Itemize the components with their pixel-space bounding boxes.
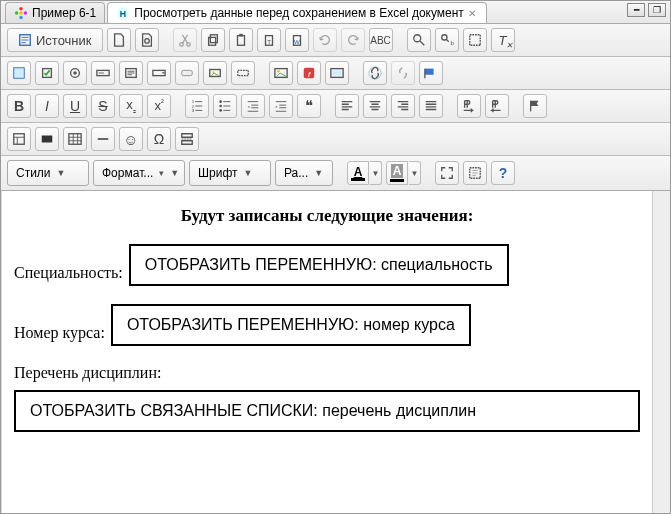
font-dropdown[interactable]: Шрифт▼ bbox=[189, 160, 271, 186]
paste-word-button[interactable]: W bbox=[285, 28, 309, 52]
ltr-button[interactable] bbox=[457, 94, 481, 118]
subscript-button[interactable]: x₂ bbox=[119, 94, 143, 118]
format-dropdown[interactable]: Формат...▾▼ bbox=[93, 160, 185, 186]
new-doc-button[interactable] bbox=[107, 28, 131, 52]
maximize-editor-button[interactable] bbox=[435, 161, 459, 185]
svg-text:T: T bbox=[267, 38, 271, 45]
superscript-button[interactable]: x² bbox=[147, 94, 171, 118]
svg-rect-13 bbox=[237, 36, 244, 46]
templates-button[interactable] bbox=[7, 127, 31, 151]
image-button[interactable] bbox=[269, 61, 293, 85]
align-center-button[interactable] bbox=[363, 94, 387, 118]
vertical-scrollbar[interactable] bbox=[652, 191, 670, 514]
window-controls: ━ ❐ bbox=[627, 3, 666, 17]
paste-button[interactable] bbox=[229, 28, 253, 52]
help-button[interactable]: ? bbox=[491, 161, 515, 185]
unlink-button[interactable] bbox=[391, 61, 415, 85]
svg-rect-49 bbox=[42, 136, 53, 143]
special-char-button[interactable]: Ω bbox=[147, 127, 171, 151]
find-button[interactable] bbox=[407, 28, 431, 52]
text-color-button[interactable]: A ▼ bbox=[347, 161, 382, 185]
source-button[interactable]: Источник bbox=[7, 28, 103, 52]
tab-label: Пример 6-1 bbox=[32, 6, 96, 20]
replace-button[interactable]: b bbox=[435, 28, 459, 52]
align-justify-button[interactable] bbox=[419, 94, 443, 118]
strike-button[interactable]: S bbox=[91, 94, 115, 118]
svg-rect-23 bbox=[14, 68, 25, 79]
variable-box[interactable]: ОТОБРАЗИТЬ ПЕРЕМЕННУЮ: специальность bbox=[129, 244, 509, 286]
spellcheck-button[interactable]: ABC bbox=[369, 28, 393, 52]
checkbox-button[interactable] bbox=[35, 61, 59, 85]
maximize-button[interactable]: ❐ bbox=[648, 3, 666, 17]
div-button[interactable] bbox=[35, 127, 59, 151]
flash-button[interactable]: f bbox=[297, 61, 321, 85]
size-dropdown[interactable]: Ра...▼ bbox=[275, 160, 333, 186]
styles-dropdown[interactable]: Стили▼ bbox=[7, 160, 89, 186]
remove-format-button[interactable]: T✕ bbox=[491, 28, 515, 52]
form-button[interactable] bbox=[7, 61, 31, 85]
svg-point-10 bbox=[186, 43, 190, 47]
field-label: Перечень дисциплин: bbox=[14, 364, 634, 386]
variable-box[interactable]: ОТОБРАЗИТЬ СВЯЗАННЫЕ СПИСКИ: перечень ди… bbox=[14, 390, 640, 432]
field-row-course: Номер курса: ОТОБРАЗИТЬ ПЕРЕМЕННУЮ: номе… bbox=[14, 304, 640, 346]
radio-button[interactable] bbox=[63, 61, 87, 85]
bg-color-button[interactable]: A ▼ bbox=[386, 161, 421, 185]
select-button[interactable] bbox=[147, 61, 171, 85]
copy-button[interactable] bbox=[201, 28, 225, 52]
outdent-button[interactable] bbox=[241, 94, 265, 118]
editor-area[interactable]: Будут записаны следующие значения: Специ… bbox=[1, 191, 652, 514]
field-row-disciplines: Перечень дисциплин: ОТОБРАЗИТЬ СВЯЗАННЫЕ… bbox=[14, 364, 640, 432]
toolbar-row-5: Стили▼ Формат...▾▼ Шрифт▼ Ра...▼ A ▼ A ▼… bbox=[1, 156, 670, 191]
svg-point-46 bbox=[219, 105, 222, 108]
anchor-button[interactable] bbox=[419, 61, 443, 85]
bullet-list-button[interactable] bbox=[213, 94, 237, 118]
bold-button[interactable]: B bbox=[7, 94, 31, 118]
underline-button[interactable]: U bbox=[63, 94, 87, 118]
svg-point-35 bbox=[277, 70, 280, 73]
indent-button[interactable] bbox=[269, 94, 293, 118]
svg-point-0 bbox=[19, 11, 23, 15]
svg-rect-30 bbox=[182, 70, 193, 75]
redo-button[interactable] bbox=[341, 28, 365, 52]
preview-button[interactable] bbox=[135, 28, 159, 52]
align-right-button[interactable] bbox=[391, 94, 415, 118]
svg-point-45 bbox=[219, 100, 222, 103]
smiley-button[interactable]: ☺ bbox=[119, 127, 143, 151]
undo-button[interactable] bbox=[313, 28, 337, 52]
button-widget-button[interactable] bbox=[175, 61, 199, 85]
flag-button[interactable] bbox=[523, 94, 547, 118]
blockquote-button[interactable]: ❝ bbox=[297, 94, 321, 118]
numbered-list-button[interactable]: 123 bbox=[185, 94, 209, 118]
rtl-button[interactable] bbox=[485, 94, 509, 118]
svg-rect-33 bbox=[238, 70, 249, 75]
table-button[interactable] bbox=[63, 127, 87, 151]
paste-text-button[interactable]: T bbox=[257, 28, 281, 52]
editor-content-wrap: Будут записаны следующие значения: Специ… bbox=[1, 191, 670, 514]
italic-button[interactable]: I bbox=[35, 94, 59, 118]
page-break-button[interactable] bbox=[175, 127, 199, 151]
tab-label: Просмотреть данные перед сохранением в E… bbox=[134, 6, 464, 20]
cut-button[interactable] bbox=[173, 28, 197, 52]
iframe-button[interactable] bbox=[325, 61, 349, 85]
svg-point-1 bbox=[19, 7, 23, 11]
hr-button[interactable] bbox=[91, 127, 115, 151]
svg-point-26 bbox=[73, 71, 77, 75]
textfield-button[interactable] bbox=[91, 61, 115, 85]
field-label: Специальность: bbox=[14, 264, 123, 286]
close-icon[interactable]: ✕ bbox=[468, 8, 478, 18]
align-left-button[interactable] bbox=[335, 94, 359, 118]
image-button-button[interactable] bbox=[203, 61, 227, 85]
link-button[interactable] bbox=[363, 61, 387, 85]
variable-box[interactable]: ОТОБРАЗИТЬ ПЕРЕМЕННУЮ: номер курса bbox=[111, 304, 471, 346]
svg-rect-48 bbox=[14, 134, 25, 145]
tab-preview-data[interactable]: H Просмотреть данные перед сохранением в… bbox=[107, 2, 487, 23]
hidden-field-button[interactable] bbox=[231, 61, 255, 85]
select-all-button[interactable] bbox=[463, 28, 487, 52]
textarea-button[interactable] bbox=[119, 61, 143, 85]
tab-example[interactable]: Пример 6-1 bbox=[5, 2, 105, 23]
show-blocks-button[interactable] bbox=[463, 161, 487, 185]
toolbar-row-2: f bbox=[1, 57, 670, 90]
field-row-specialty: Специальность: ОТОБРАЗИТЬ ПЕРЕМЕННУЮ: сп… bbox=[14, 244, 640, 286]
minimize-button[interactable]: ━ bbox=[627, 3, 645, 17]
svg-rect-14 bbox=[239, 34, 243, 37]
